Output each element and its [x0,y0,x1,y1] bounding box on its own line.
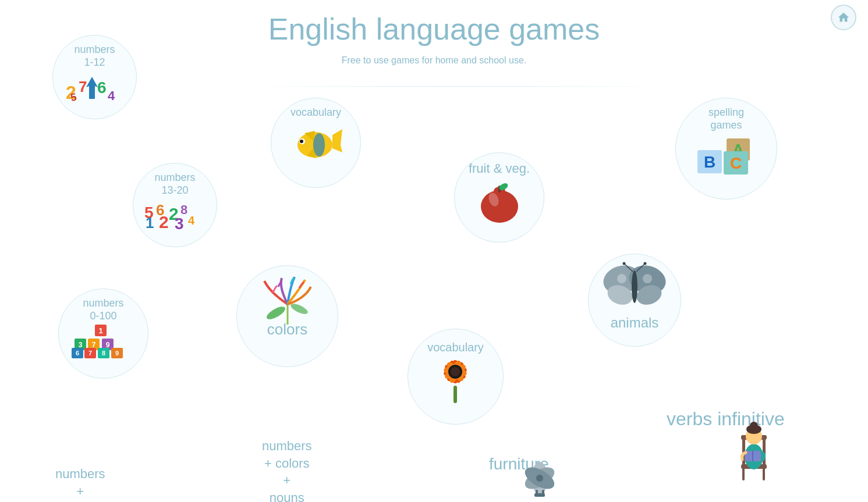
svg-point-18 [300,140,303,143]
blocks-illustration: A B C [695,133,759,179]
numbers-0-100-label: numbers 0-100 [83,297,123,322]
numbers-13-20-label: numbers 13-20 [154,172,195,197]
vocabulary-flower-bubble[interactable]: vocabulary [408,329,504,425]
svg-text:7: 7 [79,78,87,95]
svg-point-59 [623,262,626,265]
svg-rect-92 [536,490,538,494]
svg-text:9: 9 [105,341,109,349]
vocabulary-fish-label: vocabulary [290,106,341,119]
svg-rect-79 [742,468,745,480]
svg-text:5: 5 [69,91,77,102]
page-title: English language games [268,12,600,47]
butterfly-illustration [600,261,669,313]
svg-text:3: 3 [175,215,184,230]
svg-text:4: 4 [108,88,115,102]
svg-marker-2 [86,77,98,99]
svg-point-55 [617,274,626,283]
verbs-infinitive-section[interactable]: verbs infinitive [667,407,792,432]
svg-point-74 [451,367,460,376]
svg-text:3: 3 [78,341,82,349]
numbers-1-12-bubble[interactable]: numbers 1-12 2 7 6 4 5 [52,35,137,119]
home-icon [837,11,850,24]
svg-text:1: 1 [146,214,154,230]
fruit-veg-label: fruit & veg. [469,161,530,176]
svg-text:4: 4 [188,214,195,227]
spelling-games-label: spelling games [708,106,744,131]
svg-text:7: 7 [88,350,91,357]
svg-rect-80 [763,468,765,480]
colors-illustration [253,275,323,330]
title-divider [245,86,669,87]
page-subtitle: Free to use games for home and school us… [342,55,527,66]
svg-text:1: 1 [98,326,102,335]
spelling-games-bubble[interactable]: spelling games A B C [675,98,777,200]
furniture-illustration [518,460,562,500]
svg-point-50 [289,302,309,316]
svg-point-49 [264,304,286,322]
svg-point-56 [643,274,652,283]
svg-text:B: B [703,153,715,171]
numbers-0-100-bubble[interactable]: numbers 0-100 1 3 7 9 6 7 8 9 [58,289,148,379]
svg-rect-62 [454,386,457,403]
animals-bubble[interactable]: animals [588,254,681,347]
svg-text:9: 9 [115,350,118,357]
numbers-1-12-illustration: 2 7 6 4 5 [66,70,124,104]
numbers-13-20-illustration: 5 6 2 8 1 2 3 4 [144,198,206,232]
fruit-veg-bubble[interactable]: fruit & veg. [454,152,544,243]
numbers-colors-nouns-label: numbers + colors + nouns [262,437,312,502]
reading-figure-illustration [736,401,792,485]
svg-point-84 [750,422,758,430]
numbers-0-100-illustration: 1 3 7 9 6 7 8 9 [72,323,136,362]
svg-rect-93 [542,490,544,494]
vocabulary-fish-bubble[interactable]: vocabulary [271,98,361,188]
svg-point-57 [632,270,637,303]
numbers-1-12-label: numbers 1-12 [74,44,115,69]
colors-bubble[interactable]: colors [236,265,338,367]
svg-marker-15 [332,129,342,152]
numbers-13-20-bubble[interactable]: numbers 13-20 5 6 2 8 1 2 3 4 [133,163,217,247]
svg-text:C: C [729,154,741,172]
svg-text:2: 2 [159,212,169,230]
svg-text:7: 7 [91,341,95,349]
svg-point-90 [536,475,543,482]
numbers-colors-label: numbers + colors + [55,465,105,502]
svg-text:6: 6 [75,350,79,357]
svg-text:8: 8 [101,350,105,357]
flower-illustration [425,355,486,407]
svg-point-16 [313,133,325,156]
apple-illustration [473,177,526,226]
vocabulary-flower-label: vocabulary [427,337,484,354]
svg-text:6: 6 [97,79,107,97]
home-button[interactable] [831,5,856,30]
fish-illustration [287,120,345,166]
svg-point-61 [644,262,647,265]
